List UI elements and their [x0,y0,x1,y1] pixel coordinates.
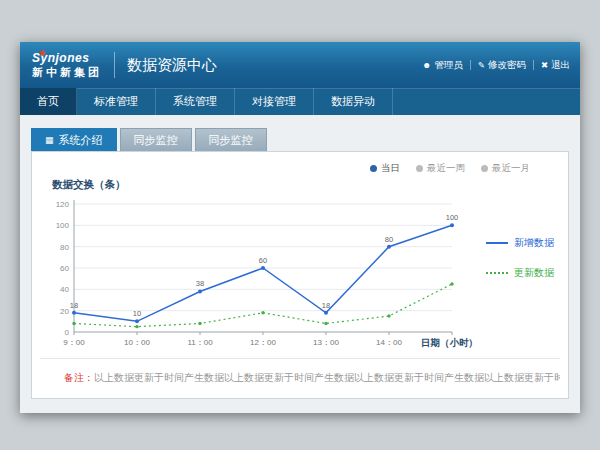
tab-sync-monitor-2[interactable]: 同步监控 [195,128,267,151]
svg-text:60: 60 [60,264,69,273]
admin-user-button[interactable]: ☻ 管理员 [422,59,462,72]
range-filters: 当日 最近一周 最近一月 [40,160,560,176]
series-name: 更新数据 [514,266,554,280]
grid-icon: ▦ [45,135,54,145]
svg-text:14：00: 14：00 [376,338,402,347]
svg-text:120: 120 [56,200,70,209]
svg-text:12：00: 12：00 [250,338,276,347]
brand-name-cn: 新中新集团 [32,65,102,80]
header-separator [533,60,534,70]
desktop-background: ✱ Synjones 新中新集团 数据资源中心 ☻ 管理员 ✎ 修改密码 ✖ [0,0,600,450]
svg-text:80: 80 [60,243,69,252]
svg-text:40: 40 [60,285,69,294]
edit-password-icon: ✎ [478,60,485,70]
radio-dot-icon [481,165,488,172]
svg-text:18: 18 [70,301,78,310]
svg-text:日期（小时）: 日期（小时） [421,337,478,349]
filter-last-week[interactable]: 最近一周 [416,162,465,175]
svg-text:80: 80 [385,235,393,244]
nav-item-home[interactable]: 首页 [20,88,77,115]
chart-panel: 当日 最近一周 最近一月 数据交换（条） 0204060801001209：00… [31,151,569,399]
tab-sync-monitor-1[interactable]: 同步监控 [120,128,192,151]
legend-item-new-data[interactable]: 新增数据 [486,236,554,250]
app-header: ✱ Synjones 新中新集团 数据资源中心 ☻ 管理员 ✎ 修改密码 ✖ [20,42,580,88]
logout-icon: ✖ [541,60,548,70]
logout-label: 退出 [551,59,570,72]
change-password-button[interactable]: ✎ 修改密码 [478,59,526,72]
change-password-label: 修改密码 [488,59,526,72]
footnote: 备注：以上数据更新于时间产生数据以上数据更新于时间产生数据以上数据更新于时间产生… [40,358,560,397]
tab-label: 系统介绍 [59,133,103,148]
footnote-text: 以上数据更新于时间产生数据以上数据更新于时间产生数据以上数据更新于时间产生数据以… [94,372,560,383]
content-area: ▦ 系统介绍 同步监控 同步监控 当日 [20,115,580,413]
header-separator [470,60,471,70]
svg-text:38: 38 [196,279,204,288]
series-name: 新增数据 [514,236,554,250]
filter-label: 当日 [381,162,400,175]
filter-label: 最近一月 [492,162,530,175]
filter-today[interactable]: 当日 [370,162,400,175]
svg-text:18: 18 [322,301,330,310]
svg-text:11：00: 11：00 [187,338,213,347]
header-actions: ☻ 管理员 ✎ 修改密码 ✖ 退出 [422,59,570,72]
svg-text:0: 0 [65,328,70,337]
admin-user-label: 管理员 [434,59,463,72]
radio-dot-icon [416,165,423,172]
line-chart[interactable]: 0204060801001209：0010：0011：0012：0013：001… [40,192,484,354]
svg-text:60: 60 [259,256,267,265]
brand-logo: ✱ Synjones 新中新集团 [30,51,102,80]
filter-label: 最近一周 [427,162,465,175]
header-divider [114,52,115,78]
nav-item-data-change[interactable]: 数据异动 [314,88,393,115]
tab-label: 同步监控 [134,133,178,148]
svg-text:10：00: 10：00 [124,338,150,347]
nav-item-integration-mgmt[interactable]: 对接管理 [235,88,314,115]
tab-bar: ▦ 系统介绍 同步监控 同步监控 [31,128,569,151]
app-window: ✱ Synjones 新中新集团 数据资源中心 ☻ 管理员 ✎ 修改密码 ✖ [20,42,580,413]
svg-text:10: 10 [133,309,141,318]
filter-last-month[interactable]: 最近一月 [481,162,530,175]
svg-text:13：00: 13：00 [313,338,339,347]
logo-star-icon: ✱ [39,49,46,58]
svg-text:100: 100 [56,221,70,230]
logout-button[interactable]: ✖ 退出 [541,59,570,72]
legend-item-update-data[interactable]: 更新数据 [486,266,554,280]
line-sample-dotted [486,272,508,274]
tab-system-intro[interactable]: ▦ 系统介绍 [31,128,117,151]
main-nav: 首页 标准管理 系统管理 对接管理 数据异动 [20,88,580,115]
svg-text:9：00: 9：00 [63,338,85,347]
tab-label: 同步监控 [209,133,253,148]
line-sample-solid [486,242,508,244]
svg-text:20: 20 [60,307,69,316]
radio-dot-icon [370,165,377,172]
svg-text:100: 100 [446,213,459,222]
app-title: 数据资源中心 [127,56,217,75]
chart-row: 0204060801001209：0010：0011：0012：0013：001… [40,192,560,354]
y-axis-title: 数据交换（条） [52,178,560,192]
user-icon: ☻ [422,60,431,70]
series-legend: 新增数据 更新数据 [486,236,554,280]
nav-item-standard-mgmt[interactable]: 标准管理 [77,88,156,115]
footnote-label: 备注： [64,372,94,383]
nav-item-system-mgmt[interactable]: 系统管理 [156,88,235,115]
